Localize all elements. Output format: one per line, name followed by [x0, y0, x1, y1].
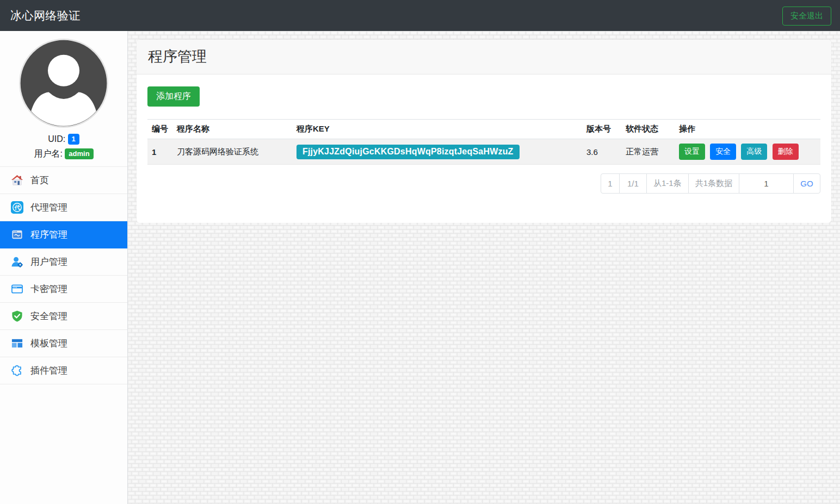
- logout-button[interactable]: 安全退出: [782, 7, 831, 26]
- home-icon: [11, 174, 23, 186]
- cell-id: 1: [147, 139, 172, 165]
- sidebar-item-label: 代理管理: [30, 201, 67, 214]
- cell-status: 正常运营: [621, 139, 675, 165]
- uid-line: UID: 1: [0, 134, 127, 145]
- username-badge: admin: [65, 148, 93, 159]
- card-body: 添加程序 编号 程序名称 程序KEY 版本号 软件状态 操作: [137, 74, 831, 223]
- header-actions: 操作: [675, 120, 820, 139]
- pagination: 1 1/1 从1-1条 共1条数据 GO: [601, 173, 820, 194]
- advanced-button[interactable]: 高级: [741, 144, 767, 160]
- sidebar-item-label: 卡密管理: [30, 283, 67, 295]
- settings-button[interactable]: 设置: [679, 144, 705, 160]
- cell-program-key: FjjyKJJZdQiujGcKKGDsHqWqP8izqtJeqSaHWzuZ: [292, 139, 582, 165]
- cell-program-name: 刀客源码网络验证系统: [172, 139, 292, 165]
- sidebar-item-cards[interactable]: 卡密管理: [0, 276, 127, 303]
- pagination-input-cell: [739, 174, 793, 193]
- program-icon: [11, 228, 23, 241]
- sidebar-item-label: 首页: [30, 174, 49, 186]
- app-title: 冰心网络验证: [10, 8, 81, 23]
- security-button[interactable]: 安全: [710, 144, 736, 160]
- table-header-row: 编号 程序名称 程序KEY 版本号 软件状态 操作: [147, 120, 820, 139]
- pagination-current-page[interactable]: 1: [601, 174, 619, 193]
- programs-table: 编号 程序名称 程序KEY 版本号 软件状态 操作 1 刀客源码: [147, 119, 820, 165]
- username-line: 用户名: admin: [0, 148, 127, 160]
- topbar: 冰心网络验证 安全退出: [0, 0, 840, 31]
- header-key: 程序KEY: [292, 120, 582, 139]
- sidebar-item-label: 模板管理: [30, 337, 67, 350]
- page-jump-input[interactable]: [739, 175, 793, 192]
- sidebar-item-security[interactable]: 安全管理: [0, 303, 127, 330]
- delete-button[interactable]: 删除: [773, 144, 799, 160]
- sidebar-item-agents[interactable]: 代 代理管理: [0, 194, 127, 221]
- add-program-button[interactable]: 添加程序: [147, 86, 200, 107]
- uid-label: UID:: [48, 134, 65, 144]
- sidebar-nav: 首页 代 代理管理 程序管理: [0, 166, 127, 384]
- pagination-go-button[interactable]: GO: [793, 174, 820, 193]
- program-management-card: 程序管理 添加程序 编号 程序名称 程序KEY 版本号 软件状态 操作: [137, 40, 831, 223]
- header-status: 软件状态: [621, 120, 675, 139]
- shield-icon: [11, 310, 23, 322]
- sidebar-item-home[interactable]: 首页: [0, 167, 127, 194]
- cell-version: 3.6: [582, 139, 621, 165]
- header-id: 编号: [147, 120, 172, 139]
- template-icon: [11, 337, 23, 350]
- cell-actions: 设置 安全 高级 删除: [675, 139, 820, 165]
- sidebar: UID: 1 用户名: admin 首页: [0, 31, 128, 504]
- svg-text:代: 代: [14, 204, 20, 210]
- sidebar-item-label: 安全管理: [30, 310, 67, 322]
- profile-section: UID: 1 用户名: admin: [0, 31, 127, 160]
- card-header: 程序管理: [137, 40, 831, 74]
- sidebar-item-plugins[interactable]: 插件管理: [0, 357, 127, 384]
- avatar: [18, 38, 109, 128]
- page-title: 程序管理: [148, 47, 820, 66]
- main-area: 程序管理 添加程序 编号 程序名称 程序KEY 版本号 软件状态 操作: [128, 31, 840, 504]
- card-icon: [11, 283, 23, 295]
- program-key-badge[interactable]: FjjyKJJZdQiujGcKKGDsHqWqP8izqtJeqSaHWzuZ: [297, 145, 520, 159]
- sidebar-item-label: 插件管理: [30, 364, 67, 377]
- pagination-total-text: 共1条数据: [688, 174, 739, 193]
- uid-badge: 1: [68, 134, 79, 145]
- sidebar-item-templates[interactable]: 模板管理: [0, 330, 127, 357]
- user-icon: [11, 256, 23, 268]
- sidebar-item-label: 程序管理: [30, 228, 67, 241]
- pagination-range-text: 从1-1条: [646, 174, 688, 193]
- header-version: 版本号: [582, 120, 621, 139]
- pagination-row: 1 1/1 从1-1条 共1条数据 GO: [147, 173, 820, 212]
- sidebar-item-users[interactable]: 用户管理: [0, 248, 127, 276]
- agent-icon: 代: [11, 201, 23, 214]
- pagination-page-ratio: 1/1: [619, 174, 646, 193]
- header-name: 程序名称: [172, 120, 292, 139]
- sidebar-item-label: 用户管理: [30, 256, 67, 268]
- username-label: 用户名:: [34, 149, 62, 158]
- plugin-icon: [11, 364, 23, 377]
- sidebar-item-programs[interactable]: 程序管理: [0, 221, 127, 248]
- table-row: 1 刀客源码网络验证系统 FjjyKJJZdQiujGcKKGDsHqWqP8i…: [147, 139, 820, 165]
